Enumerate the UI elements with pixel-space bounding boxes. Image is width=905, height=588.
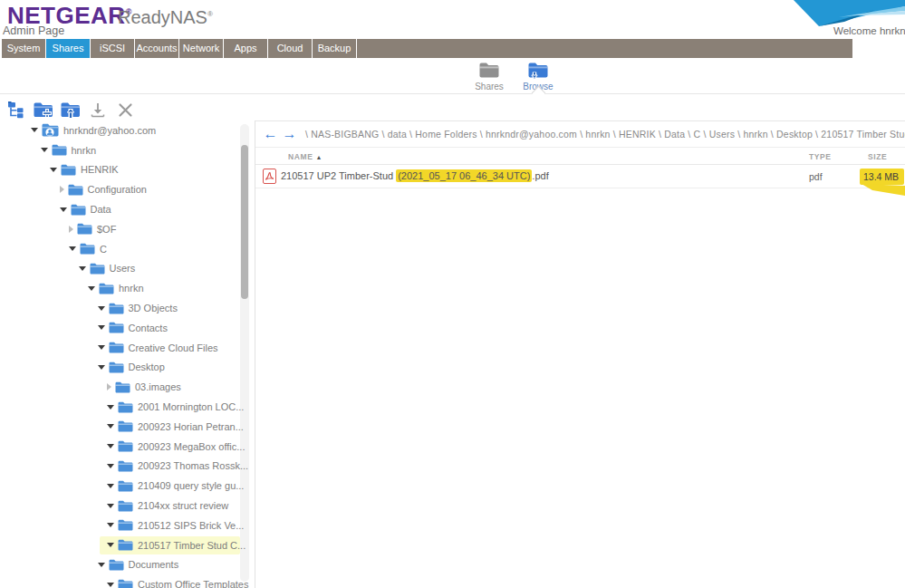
collapse-arrow-icon[interactable] [50, 168, 57, 172]
tree-item[interactable]: Custom Office Templates [0, 574, 255, 588]
breadcrumb: ← → \ NAS-BIGBANG \ data \ Home Folders … [255, 121, 905, 148]
nav-tab-backup[interactable]: Backup [313, 39, 356, 58]
collapse-arrow-icon[interactable] [107, 424, 114, 429]
collapse-arrow-icon[interactable] [31, 128, 38, 132]
nav-tab-shares[interactable]: Shares [46, 39, 90, 58]
collapse-arrow-icon[interactable] [88, 286, 95, 291]
tree-item[interactable]: 210409 query style gu... [0, 476, 255, 496]
table-row[interactable]: 210517 UP2 Timber-Stud (2021_05_17 06_46… [255, 165, 905, 188]
tree-item[interactable]: HENRIK [0, 160, 255, 180]
collapse-arrow-icon[interactable] [98, 306, 105, 311]
browse-panel: ← → \ NAS-BIGBANG \ data \ Home Folders … [255, 120, 905, 588]
tree-item-label: 200923 Horian Petran... [138, 421, 244, 432]
folder-icon [71, 204, 86, 216]
tree-item-label: 03.images [135, 381, 181, 392]
collapse-arrow-icon[interactable] [107, 523, 114, 527]
tree-item-label: 2104xx struct review [138, 500, 228, 511]
folder-icon [109, 303, 124, 314]
tree-item[interactable]: hnrkn [0, 278, 255, 298]
tree-item[interactable]: $OF [0, 219, 255, 239]
tree-item-label: hnrkndr@yahoo.com [63, 125, 156, 136]
sort-arrow-icon: ▲ [315, 154, 323, 160]
nav-tab-apps[interactable]: Apps [224, 39, 267, 58]
tree-item[interactable]: hnrkndr@yahoo.com [0, 120, 255, 140]
tree-item-label: hnrkn [119, 283, 144, 294]
column-header-size[interactable]: SIZE [868, 152, 887, 161]
tree-item-label: Contacts [129, 323, 168, 333]
collapse-arrow-icon[interactable] [107, 504, 114, 508]
collapse-arrow-icon[interactable] [107, 543, 114, 547]
tree-item[interactable]: Contacts [0, 318, 255, 338]
shares-folder-icon [477, 62, 501, 79]
collapse-arrow-icon[interactable] [98, 365, 105, 370]
folder-icon [118, 480, 133, 492]
highlight-marker-swoosh [862, 184, 905, 198]
tree-item[interactable]: 200923 MegaBox offic... [0, 437, 255, 457]
tree-item[interactable]: Configuration [0, 179, 255, 199]
folder-tree: hnrkndr@yahoo.comhnrknHENRIKConfiguratio… [0, 120, 255, 588]
upload-folder-icon[interactable] [60, 100, 82, 120]
tab-shares[interactable]: Shares [468, 62, 510, 92]
collapse-arrow-icon[interactable] [98, 325, 105, 330]
tree-item[interactable]: hnrkn [0, 140, 255, 160]
download-icon[interactable] [87, 100, 109, 120]
nav-tab-system[interactable]: System [2, 39, 45, 58]
tree-view-icon[interactable] [5, 100, 27, 120]
nav-tab-network[interactable]: Network [179, 39, 223, 58]
collapse-arrow-icon[interactable] [107, 484, 114, 488]
expand-arrow-icon[interactable] [69, 226, 73, 233]
folder-icon [109, 361, 124, 373]
nav-tab-cloud[interactable]: Cloud [268, 39, 312, 58]
tree-item[interactable]: 03.images [0, 377, 255, 397]
collapse-arrow-icon[interactable] [79, 266, 86, 271]
tree-scrollbar-thumb[interactable] [241, 145, 248, 299]
readynas-admin-page: NETGEAR® ReadyNAS® Admin Page Welcome hn… [0, 0, 905, 588]
collapse-arrow-icon[interactable] [107, 444, 114, 448]
tab-shares-label: Shares [475, 82, 504, 92]
tree-item[interactable]: Data [0, 199, 255, 219]
nav-tab-iscsi[interactable]: iSCSI [91, 39, 134, 58]
tree-item[interactable]: Creative Cloud Files [0, 338, 255, 358]
tree-item[interactable]: 2104xx struct review [0, 496, 255, 516]
tree-item[interactable]: Users [0, 259, 255, 279]
tree-item[interactable]: C [0, 239, 255, 259]
nav-tab-accounts[interactable]: Accounts [135, 39, 178, 58]
collapse-arrow-icon[interactable] [69, 246, 76, 251]
tree-item-label: Users [110, 263, 136, 274]
tree-item-label: 200923 Thomas Rossk... [138, 460, 248, 471]
collapse-arrow-icon[interactable] [41, 148, 48, 152]
folder-icon [61, 164, 76, 176]
decorative-ribbon [786, 0, 905, 27]
expand-arrow-icon[interactable] [107, 383, 111, 390]
product-name: ReadyNAS® [118, 7, 213, 28]
tree-item[interactable]: Desktop [0, 358, 255, 378]
tree-item[interactable]: 3D Objects [0, 298, 255, 318]
folder-icon [109, 559, 124, 571]
column-header-type[interactable]: TYPE [809, 152, 832, 161]
delete-icon[interactable] [114, 100, 136, 120]
tree-item[interactable]: 210517 Timber Stud C... [0, 535, 255, 555]
tree-item[interactable]: 200923 Thomas Rossk... [0, 457, 255, 477]
tree-item-label: 210409 query style gu... [138, 480, 244, 491]
collapse-arrow-icon[interactable] [107, 464, 114, 468]
collapse-arrow-icon[interactable] [98, 563, 105, 567]
new-folder-icon[interactable] [33, 100, 54, 120]
tree-item[interactable]: 2001 Mornington LOC... [0, 397, 255, 417]
forward-arrow-icon[interactable]: → [282, 127, 297, 141]
collapse-arrow-icon[interactable] [107, 583, 114, 587]
tree-item[interactable]: 200923 Horian Petran... [0, 417, 255, 437]
expand-arrow-icon[interactable] [60, 186, 64, 193]
collapse-arrow-icon[interactable] [107, 405, 114, 410]
folder-icon [118, 440, 133, 452]
tree-item-label: 210512 SIPS Brick Ve... [138, 520, 244, 531]
table-header: NAME▲ TYPE SIZE [255, 148, 905, 165]
tree-item[interactable]: Documents [0, 555, 255, 575]
column-header-name[interactable]: NAME▲ [288, 152, 323, 161]
collapse-arrow-icon[interactable] [98, 345, 105, 350]
back-arrow-icon[interactable]: ← [263, 127, 278, 141]
folder-icon [118, 539, 133, 551]
file-type: pdf [809, 171, 823, 182]
tree-item[interactable]: 210512 SIPS Brick Ve... [0, 516, 255, 535]
registered-mark: ® [207, 10, 213, 18]
collapse-arrow-icon[interactable] [60, 207, 67, 212]
